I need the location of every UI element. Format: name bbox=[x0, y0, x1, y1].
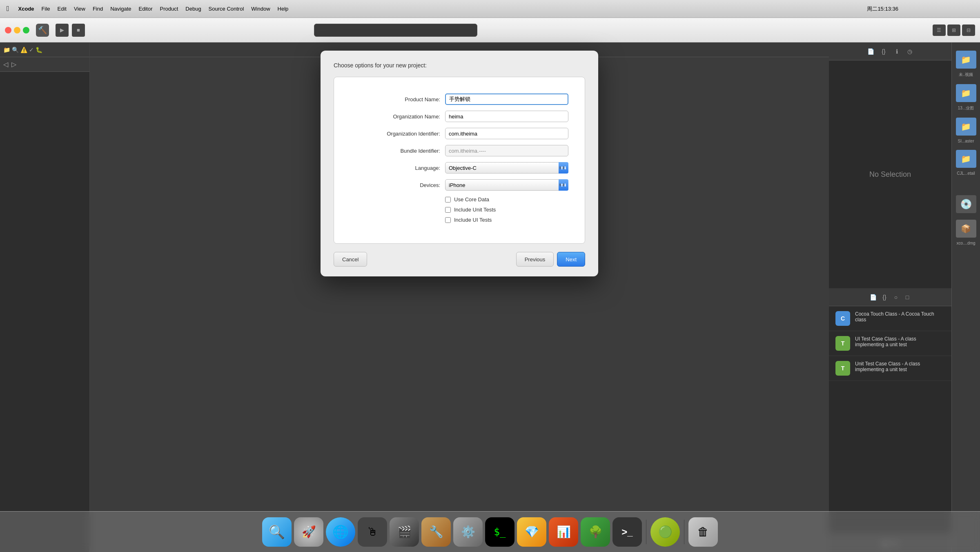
disk-icon: 💿 bbox=[956, 195, 976, 213]
debug-icon[interactable]: 🐛 bbox=[36, 47, 42, 53]
folder-icon[interactable]: 📁 bbox=[3, 47, 10, 53]
inspect-icon-1[interactable]: 📄 bbox=[869, 293, 877, 301]
menu-find[interactable]: Find bbox=[93, 6, 103, 12]
view-toggle-1[interactable]: ☰ bbox=[933, 24, 946, 36]
search-icon[interactable]: 🔍 bbox=[12, 47, 19, 53]
unit-test-class-desc: A class implementing a unit test bbox=[855, 361, 920, 372]
menu-file[interactable]: File bbox=[42, 6, 50, 12]
xcode-toolbar: 🔨 ▶ ■ ☰ ⊞ ⊟ bbox=[0, 18, 980, 42]
include-ui-tests-checkbox[interactable] bbox=[445, 217, 451, 223]
use-core-data-checkbox[interactable] bbox=[445, 197, 451, 203]
ui-test-class-desc: A class implementing a unit test bbox=[855, 336, 916, 347]
include-unit-tests-row: Include Unit Tests bbox=[342, 207, 577, 213]
use-core-data-row: Use Core Data bbox=[342, 196, 577, 203]
devices-select-wrapper: iPhone iPad Universal ⬆⬇ bbox=[445, 179, 568, 191]
sidebar-top-bar: 📁 🔍 ⚠️ ✓ 🐛 bbox=[0, 42, 89, 57]
language-select-wrapper: Objective-C Swift ⬆⬇ bbox=[445, 162, 568, 174]
nav-right-icon[interactable]: ▷ bbox=[11, 60, 16, 68]
warning-icon[interactable]: ⚠️ bbox=[20, 47, 27, 53]
folder-label-2: 13...业图 bbox=[954, 105, 978, 111]
menu-navigate[interactable]: Navigate bbox=[110, 6, 131, 12]
cocoa-touch-class-icon: C bbox=[835, 311, 850, 326]
scheme-selector[interactable] bbox=[314, 24, 477, 37]
right-folder-4[interactable]: 📁 bbox=[956, 150, 976, 168]
inspect-icon-2[interactable]: {} bbox=[880, 293, 889, 301]
ide-body: 📁 🔍 ⚠️ ✓ 🐛 ◁ ▷ Choose options for your n… bbox=[0, 42, 980, 552]
language-label: Language: bbox=[350, 165, 440, 171]
menu-debug[interactable]: Debug bbox=[185, 6, 201, 12]
right-folder-3[interactable]: 📁 bbox=[956, 118, 976, 136]
modal-overlay: Choose options for your new project: Pro… bbox=[90, 42, 829, 552]
org-id-row: Organization Identifier: bbox=[342, 128, 577, 139]
menu-source-control[interactable]: Source Control bbox=[209, 6, 244, 12]
panel-list: C Cocoa Touch Class - A Cocoa Touch clas… bbox=[829, 306, 951, 534]
test-icon[interactable]: ✓ bbox=[29, 47, 34, 53]
stop-button[interactable]: ■ bbox=[72, 24, 85, 37]
devices-select[interactable]: iPhone iPad Universal bbox=[445, 179, 568, 191]
cocoa-touch-class-desc: A Cocoa Touch class bbox=[855, 311, 934, 323]
minimize-button[interactable] bbox=[14, 27, 20, 33]
org-name-input[interactable] bbox=[445, 111, 568, 122]
cocoa-touch-class-text: Cocoa Touch Class - A Cocoa Touch class bbox=[855, 311, 945, 324]
org-name-row: Organization Name: bbox=[342, 111, 577, 122]
right-panel: 📄 {} ℹ ◷ No Selection 📄 {} ○ □ C Cocoa T… bbox=[829, 42, 951, 552]
bundle-id-label: Bundle Identifier: bbox=[350, 148, 440, 154]
inspect-icon-4[interactable]: □ bbox=[903, 293, 911, 301]
menu-window[interactable]: Window bbox=[251, 6, 270, 12]
history-icon[interactable]: ◷ bbox=[906, 47, 914, 56]
menu-edit[interactable]: Edit bbox=[58, 6, 67, 12]
cocoa-touch-class-title: Cocoa Touch Class - A Cocoa Touch class bbox=[855, 311, 945, 323]
nav-left-icon[interactable]: ◁ bbox=[3, 60, 8, 68]
inspect-icon-3[interactable]: ○ bbox=[892, 293, 900, 301]
right-edge: 📁 未..视频 📁 13...业图 📁 SI...aster 📁 CJL...e… bbox=[951, 42, 980, 552]
view-toggle-2[interactable]: ⊞ bbox=[947, 24, 960, 36]
menu-help[interactable]: Help bbox=[278, 6, 289, 12]
apple-menu[interactable]:  bbox=[7, 4, 9, 13]
ui-test-class-title: UI Test Case Class - A class implementin… bbox=[855, 336, 945, 347]
right-folder-1[interactable]: 📁 bbox=[956, 51, 976, 69]
panel-list-item-2[interactable]: T Unit Test Case Class - A class impleme… bbox=[829, 356, 951, 381]
right-folder-2[interactable]: 📁 bbox=[956, 84, 976, 102]
dialog-buttons: Cancel Previous Next bbox=[334, 252, 585, 267]
panel-list-item-0[interactable]: C Cocoa Touch Class - A Cocoa Touch clas… bbox=[829, 306, 951, 331]
folder-label-1: 未..视频 bbox=[954, 72, 978, 78]
code-icon[interactable]: {} bbox=[880, 47, 888, 56]
bundle-id-input bbox=[445, 145, 568, 156]
no-selection-label: No Selection bbox=[829, 60, 951, 288]
product-name-input[interactable] bbox=[445, 93, 568, 105]
menu-editor[interactable]: Editor bbox=[139, 6, 153, 12]
language-select-arrow: ⬆⬇ bbox=[559, 162, 568, 174]
next-button[interactable]: Next bbox=[557, 252, 585, 267]
devices-label: Devices: bbox=[350, 182, 440, 188]
close-button[interactable] bbox=[5, 27, 11, 33]
include-ui-tests-label: Include UI Tests bbox=[454, 217, 492, 223]
folder-label-4: CJL...etail bbox=[954, 171, 978, 176]
use-core-data-label: Use Core Data bbox=[454, 196, 489, 203]
right-panel-header: 📄 {} ℹ ◷ bbox=[829, 42, 951, 60]
devices-select-arrow: ⬆⬇ bbox=[559, 179, 568, 191]
dialog-title: Choose options for your new project: bbox=[334, 62, 585, 69]
menu-xcode[interactable]: Xcode bbox=[18, 6, 34, 12]
product-name-row: Product Name: bbox=[342, 93, 577, 105]
bundle-id-row: Bundle Identifier: bbox=[342, 145, 577, 156]
menu-view[interactable]: View bbox=[74, 6, 85, 12]
ui-test-class-icon: T bbox=[835, 336, 850, 351]
view-toggle-3[interactable]: ⊟ bbox=[962, 24, 975, 36]
panel-inspector-tabs: 📄 {} ○ □ bbox=[829, 288, 951, 306]
language-select[interactable]: Objective-C Swift bbox=[445, 162, 568, 174]
unit-test-class-icon: T bbox=[835, 361, 850, 376]
include-unit-tests-checkbox[interactable] bbox=[445, 207, 451, 213]
menubar:  Xcode File Edit View Find Navigate Edi… bbox=[0, 0, 980, 18]
panel-list-item-1[interactable]: T UI Test Case Class - A class implement… bbox=[829, 331, 951, 356]
doc-icon[interactable]: 📄 bbox=[866, 47, 875, 56]
cancel-button[interactable]: Cancel bbox=[334, 252, 367, 267]
product-name-label: Product Name: bbox=[350, 96, 440, 102]
org-id-input[interactable] bbox=[445, 128, 568, 139]
previous-button[interactable]: Previous bbox=[516, 252, 554, 267]
editor-area: Choose options for your new project: Pro… bbox=[90, 42, 829, 552]
run-button[interactable]: ▶ bbox=[56, 24, 69, 37]
menu-product[interactable]: Product bbox=[160, 6, 178, 12]
dialog-content-area: Product Name: Organization Name: Organiz… bbox=[334, 77, 585, 244]
maximize-button[interactable] bbox=[23, 27, 29, 33]
info-icon[interactable]: ℹ bbox=[893, 47, 901, 56]
